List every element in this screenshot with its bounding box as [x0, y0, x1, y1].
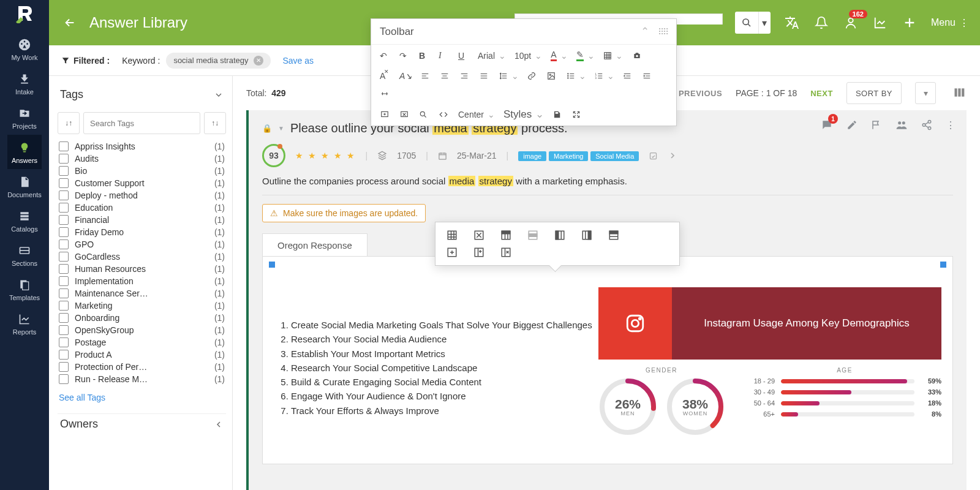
response-tab[interactable]: Oregon Response: [262, 233, 368, 257]
nav-catalogs[interactable]: Catalogs: [7, 203, 42, 238]
collapse-icon[interactable]: ⌃: [641, 25, 649, 38]
checkbox[interactable]: [59, 362, 69, 372]
camera-icon[interactable]: [631, 51, 643, 60]
tag-row[interactable]: Product A(1): [58, 349, 226, 361]
table-delete-icon[interactable]: [473, 230, 484, 241]
table-col-before-icon[interactable]: [554, 230, 565, 241]
nav-reports[interactable]: Reports: [7, 306, 42, 341]
bold-icon[interactable]: B: [419, 51, 430, 61]
tag-row[interactable]: Deploy - method(1): [58, 189, 226, 202]
search-button[interactable]: [735, 12, 758, 34]
checkbox[interactable]: [59, 227, 69, 237]
align-left-icon[interactable]: [421, 72, 432, 80]
plus-icon[interactable]: [902, 15, 918, 31]
checkbox[interactable]: [59, 313, 69, 323]
bell-icon[interactable]: [813, 15, 829, 31]
tag-row[interactable]: OpenSkyGroup(1): [58, 324, 226, 336]
sort-dropdown[interactable]: ▾: [915, 82, 936, 104]
tag-row[interactable]: Friday Demo(1): [58, 226, 226, 238]
align-center-icon[interactable]: [440, 72, 451, 80]
tag-row[interactable]: GoCardless(1): [58, 251, 226, 263]
align-right-icon[interactable]: [460, 72, 471, 80]
table-add-row-icon[interactable]: [447, 247, 458, 258]
checkbox[interactable]: [59, 166, 69, 176]
nav-templates[interactable]: Templates: [7, 272, 42, 306]
share-icon[interactable]: [921, 119, 932, 130]
edit-icon[interactable]: [846, 119, 858, 130]
fullscreen-icon[interactable]: [572, 110, 583, 119]
checkbox[interactable]: [59, 252, 69, 262]
remove-keyword[interactable]: ✕: [254, 56, 263, 66]
editor-area[interactable]: Create Social Media Marketing Goals That…: [262, 256, 953, 464]
tag-row[interactable]: Onboarding(1): [58, 312, 226, 324]
menu-button[interactable]: Menu ⋮: [931, 17, 969, 29]
outdent-icon[interactable]: [623, 72, 634, 80]
redo-icon[interactable]: ↷: [399, 51, 410, 61]
back-button[interactable]: [61, 14, 78, 31]
tag-row[interactable]: GPO(1): [58, 238, 226, 251]
table-row-icon[interactable]: [527, 230, 538, 241]
indent-icon[interactable]: [643, 72, 654, 80]
table-header-icon[interactable]: [500, 230, 511, 241]
question-dropdown[interactable]: ▼: [278, 125, 284, 132]
table-insert-icon[interactable]: [447, 230, 458, 241]
tag-row[interactable]: Customer Support(1): [58, 177, 226, 189]
search-dropdown[interactable]: ▾: [758, 12, 771, 34]
italic-icon[interactable]: I: [439, 51, 450, 61]
user-icon[interactable]: 162: [843, 15, 859, 31]
next-page[interactable]: NEXT: [810, 89, 833, 98]
undo-icon[interactable]: ↶: [380, 51, 391, 61]
tag-row[interactable]: Run - Release M…(1): [58, 373, 226, 385]
insert-comment-icon[interactable]: [380, 110, 391, 119]
checkbox[interactable]: [59, 154, 69, 164]
table-menu[interactable]: ⌄: [603, 51, 623, 61]
sort-by-button[interactable]: SORT BY: [846, 82, 902, 104]
checkbox[interactable]: [59, 178, 69, 188]
ol-list[interactable]: 123 ⌄: [595, 71, 614, 81]
tag-row[interactable]: Marketing(1): [58, 300, 226, 312]
clear-format-icon[interactable]: A✕: [380, 71, 391, 81]
translate-icon[interactable]: [784, 15, 800, 31]
nav-answers[interactable]: Answers: [7, 135, 42, 169]
format-painter-icon[interactable]: A↘: [399, 71, 412, 81]
expand-icon[interactable]: [668, 151, 677, 160]
checkbox[interactable]: [59, 264, 69, 274]
styles-select[interactable]: Styles ⌄: [503, 108, 544, 121]
checkbox[interactable]: [59, 350, 69, 360]
underline-icon[interactable]: U: [458, 51, 469, 61]
nav-documents[interactable]: Documents: [7, 169, 42, 203]
floating-toolbar[interactable]: Toolbar⌃ ⠿⠿ ↶ ↷ B I U Arial ⌄ 10pt ⌄ A ⌄…: [371, 18, 677, 126]
checkbox[interactable]: [59, 374, 69, 384]
tag-row[interactable]: Appriss Insights(1): [58, 140, 226, 153]
analytics-icon[interactable]: [872, 15, 888, 31]
checkbox[interactable]: [59, 190, 69, 200]
checkbox[interactable]: [59, 203, 69, 213]
tags-section-header[interactable]: Tags: [58, 85, 226, 105]
nav-sections[interactable]: Sections: [7, 238, 42, 272]
tag-row[interactable]: Bio(1): [58, 165, 226, 177]
checkbox[interactable]: [59, 276, 69, 286]
nav-intake[interactable]: Intake: [7, 66, 42, 100]
nav-projects[interactable]: Projects: [7, 100, 42, 135]
center-select[interactable]: Center ⌄: [458, 110, 495, 119]
drag-grip-icon[interactable]: ⠿⠿: [658, 27, 668, 37]
comments-icon[interactable]: 1: [821, 119, 833, 131]
text-color[interactable]: A ⌄: [551, 50, 567, 61]
tag-row[interactable]: Implementation(1): [58, 275, 226, 287]
table-add-col-icon[interactable]: [473, 247, 484, 258]
tag-pill[interactable]: Social Media: [590, 151, 639, 161]
checkbox[interactable]: [59, 239, 69, 249]
tag-search-input[interactable]: [83, 112, 200, 134]
checkbox[interactable]: [59, 288, 69, 298]
size-select[interactable]: 10pt ⌄: [514, 51, 542, 61]
highlight-color[interactable]: ✎ ⌄: [576, 50, 595, 61]
table-del-col-icon[interactable]: [500, 247, 511, 258]
table-row-before-icon[interactable]: [608, 230, 619, 241]
tag-row[interactable]: Financial(1): [58, 214, 226, 226]
tag-row[interactable]: Postage(1): [58, 336, 226, 349]
checkbox[interactable]: [59, 337, 69, 347]
see-all-tags-link[interactable]: See all Tags: [58, 385, 226, 410]
columns-icon[interactable]: [953, 86, 967, 100]
checkbox[interactable]: [59, 215, 69, 225]
nav-my-work[interactable]: My Work: [7, 32, 42, 66]
